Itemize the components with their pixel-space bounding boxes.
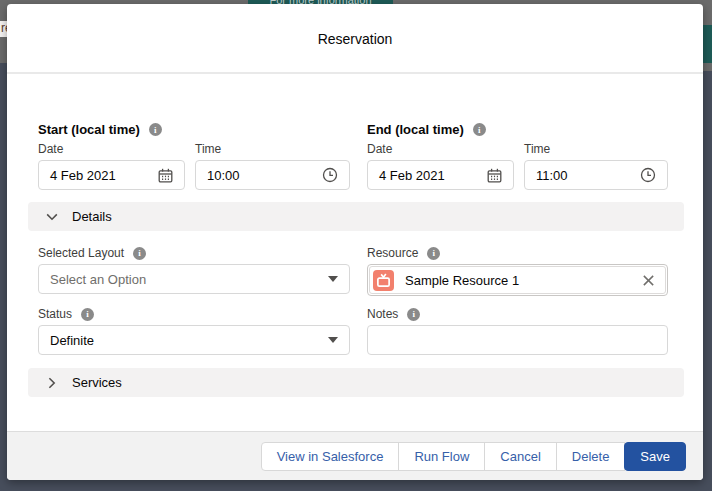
start-date-input[interactable]: 4 Feb 2021 [38, 160, 185, 190]
notes-label: Notes [367, 307, 398, 321]
reservation-modal: Reservation Start (local time) Date 4 Fe… [7, 4, 703, 480]
calendar-icon[interactable] [487, 168, 502, 183]
start-date-field-wrap: Date 4 Feb 2021 [38, 142, 185, 190]
clock-icon[interactable] [322, 167, 338, 183]
cancel-button[interactable]: Cancel [484, 442, 556, 471]
datetime-row: Start (local time) Date 4 Feb 2021 [38, 122, 668, 190]
calendar-icon[interactable] [158, 168, 173, 183]
layout-resource-row: Selected Layout Select an Option Resourc… [38, 246, 668, 296]
end-time-label: Time [524, 142, 668, 156]
modal-title: Reservation [318, 29, 393, 47]
background-text-fragment: re [0, 21, 7, 37]
end-date-input[interactable]: 4 Feb 2021 [367, 160, 514, 190]
details-section-toggle[interactable]: Details [28, 202, 684, 231]
backdrop-right-strip-lower [702, 63, 712, 71]
status-label: Status [38, 307, 72, 321]
info-icon[interactable] [473, 123, 486, 136]
resource-lookup[interactable]: Sample Resource 1 [367, 264, 668, 296]
selected-layout-select[interactable]: Select an Option [38, 264, 350, 294]
status-field-wrap: Status Definite [38, 307, 350, 355]
selected-layout-field-wrap: Selected Layout Select an Option [38, 246, 350, 296]
services-section-toggle[interactable]: Services [28, 368, 684, 397]
end-group-label: End (local time) [367, 122, 464, 137]
end-time-input[interactable]: 11:00 [524, 160, 668, 190]
backdrop-right-teal-fragment [702, 25, 712, 63]
modal-body: Start (local time) Date 4 Feb 2021 [7, 74, 703, 431]
run-flow-button[interactable]: Run Flow [398, 442, 485, 471]
end-date-label: Date [367, 142, 514, 156]
end-time-field-wrap: Time 11:00 [524, 142, 668, 190]
start-time-field-wrap: Time 10:00 [195, 142, 350, 190]
resource-value: Sample Resource 1 [405, 273, 642, 288]
info-icon[interactable] [133, 247, 146, 260]
view-in-salesforce-button[interactable]: View in Salesforce [261, 442, 400, 471]
clock-icon[interactable] [640, 167, 656, 183]
resource-entity-icon [373, 270, 394, 291]
modal-header: Reservation [7, 4, 703, 74]
dropdown-caret-icon [328, 276, 338, 282]
start-group: Start (local time) Date 4 Feb 2021 [38, 122, 350, 190]
resource-field-wrap: Resource Sample Resource 1 [367, 246, 668, 296]
services-section-label: Services [72, 375, 122, 390]
chevron-right-icon [45, 376, 59, 390]
selected-layout-label: Selected Layout [38, 246, 124, 260]
status-notes-row: Status Definite Notes [38, 307, 668, 355]
screen: For more information re Reservation Star… [0, 0, 712, 491]
info-icon[interactable] [407, 308, 420, 321]
start-date-label: Date [38, 142, 185, 156]
backdrop-right-strip [702, 7, 712, 25]
start-group-label: Start (local time) [38, 122, 140, 137]
info-icon[interactable] [81, 308, 94, 321]
details-section-label: Details [72, 209, 112, 224]
end-date-field-wrap: Date 4 Feb 2021 [367, 142, 514, 190]
status-select[interactable]: Definite [38, 325, 350, 355]
resource-label: Resource [367, 246, 418, 260]
notes-input[interactable] [367, 325, 668, 355]
end-group: End (local time) Date 4 Feb 2021 [367, 122, 668, 190]
dropdown-caret-icon [328, 337, 338, 343]
notes-field-wrap: Notes [367, 307, 668, 355]
delete-button[interactable]: Delete [556, 442, 626, 471]
chevron-down-icon [45, 210, 59, 224]
info-icon[interactable] [427, 247, 440, 260]
start-time-input[interactable]: 10:00 [195, 160, 350, 190]
modal-footer: View in Salesforce Run Flow Cancel Delet… [7, 431, 703, 480]
info-icon[interactable] [149, 123, 162, 136]
clear-icon[interactable] [642, 274, 655, 287]
save-button[interactable]: Save [624, 442, 686, 471]
start-time-label: Time [195, 142, 350, 156]
